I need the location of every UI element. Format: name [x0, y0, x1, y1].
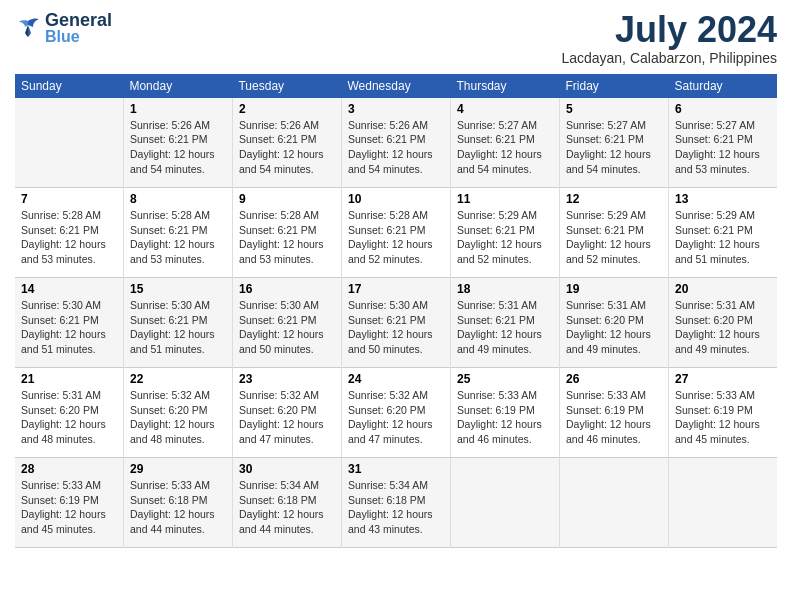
week-row-2: 7Sunrise: 5:28 AM Sunset: 6:21 PM Daylig…	[15, 188, 777, 278]
day-info: Sunrise: 5:33 AM Sunset: 6:19 PM Dayligh…	[675, 388, 771, 447]
day-info: Sunrise: 5:32 AM Sunset: 6:20 PM Dayligh…	[239, 388, 335, 447]
day-number: 11	[457, 192, 553, 206]
day-info: Sunrise: 5:32 AM Sunset: 6:20 PM Dayligh…	[348, 388, 444, 447]
calendar-cell: 2Sunrise: 5:26 AM Sunset: 6:21 PM Daylig…	[232, 98, 341, 188]
day-number: 2	[239, 102, 335, 116]
day-number: 30	[239, 462, 335, 476]
day-number: 29	[130, 462, 226, 476]
header-day-thursday: Thursday	[451, 74, 560, 98]
day-number: 15	[130, 282, 226, 296]
day-info: Sunrise: 5:28 AM Sunset: 6:21 PM Dayligh…	[21, 208, 117, 267]
day-number: 24	[348, 372, 444, 386]
calendar-table: SundayMondayTuesdayWednesdayThursdayFrid…	[15, 74, 777, 549]
calendar-cell: 13Sunrise: 5:29 AM Sunset: 6:21 PM Dayli…	[669, 188, 777, 278]
calendar-cell: 30Sunrise: 5:34 AM Sunset: 6:18 PM Dayli…	[232, 458, 341, 548]
day-info: Sunrise: 5:26 AM Sunset: 6:21 PM Dayligh…	[239, 118, 335, 177]
calendar-cell: 16Sunrise: 5:30 AM Sunset: 6:21 PM Dayli…	[232, 278, 341, 368]
calendar-cell: 29Sunrise: 5:33 AM Sunset: 6:18 PM Dayli…	[123, 458, 232, 548]
day-number: 27	[675, 372, 771, 386]
day-info: Sunrise: 5:30 AM Sunset: 6:21 PM Dayligh…	[130, 298, 226, 357]
calendar-cell: 25Sunrise: 5:33 AM Sunset: 6:19 PM Dayli…	[451, 368, 560, 458]
day-info: Sunrise: 5:31 AM Sunset: 6:20 PM Dayligh…	[675, 298, 771, 357]
day-number: 23	[239, 372, 335, 386]
day-info: Sunrise: 5:27 AM Sunset: 6:21 PM Dayligh…	[675, 118, 771, 177]
day-number: 22	[130, 372, 226, 386]
calendar-cell: 20Sunrise: 5:31 AM Sunset: 6:20 PM Dayli…	[669, 278, 777, 368]
calendar-cell: 26Sunrise: 5:33 AM Sunset: 6:19 PM Dayli…	[560, 368, 669, 458]
calendar-cell: 11Sunrise: 5:29 AM Sunset: 6:21 PM Dayli…	[451, 188, 560, 278]
calendar-cell: 21Sunrise: 5:31 AM Sunset: 6:20 PM Dayli…	[15, 368, 123, 458]
day-number: 6	[675, 102, 771, 116]
logo-bird-icon	[15, 17, 41, 39]
day-info: Sunrise: 5:30 AM Sunset: 6:21 PM Dayligh…	[21, 298, 117, 357]
day-number: 5	[566, 102, 662, 116]
day-number: 14	[21, 282, 117, 296]
calendar-cell: 1Sunrise: 5:26 AM Sunset: 6:21 PM Daylig…	[123, 98, 232, 188]
day-number: 18	[457, 282, 553, 296]
month-year-title: July 2024	[561, 10, 777, 50]
day-info: Sunrise: 5:27 AM Sunset: 6:21 PM Dayligh…	[457, 118, 553, 177]
calendar-cell: 31Sunrise: 5:34 AM Sunset: 6:18 PM Dayli…	[341, 458, 450, 548]
header-day-sunday: Sunday	[15, 74, 123, 98]
day-info: Sunrise: 5:29 AM Sunset: 6:21 PM Dayligh…	[675, 208, 771, 267]
header-row: SundayMondayTuesdayWednesdayThursdayFrid…	[15, 74, 777, 98]
calendar-cell: 6Sunrise: 5:27 AM Sunset: 6:21 PM Daylig…	[669, 98, 777, 188]
day-number: 19	[566, 282, 662, 296]
day-number: 25	[457, 372, 553, 386]
header-day-saturday: Saturday	[669, 74, 777, 98]
header-day-tuesday: Tuesday	[232, 74, 341, 98]
calendar-cell	[451, 458, 560, 548]
day-info: Sunrise: 5:30 AM Sunset: 6:21 PM Dayligh…	[348, 298, 444, 357]
day-info: Sunrise: 5:29 AM Sunset: 6:21 PM Dayligh…	[566, 208, 662, 267]
day-info: Sunrise: 5:33 AM Sunset: 6:18 PM Dayligh…	[130, 478, 226, 537]
day-info: Sunrise: 5:28 AM Sunset: 6:21 PM Dayligh…	[130, 208, 226, 267]
week-row-5: 28Sunrise: 5:33 AM Sunset: 6:19 PM Dayli…	[15, 458, 777, 548]
day-info: Sunrise: 5:28 AM Sunset: 6:21 PM Dayligh…	[239, 208, 335, 267]
header-day-monday: Monday	[123, 74, 232, 98]
day-number: 8	[130, 192, 226, 206]
calendar-cell: 5Sunrise: 5:27 AM Sunset: 6:21 PM Daylig…	[560, 98, 669, 188]
day-number: 21	[21, 372, 117, 386]
day-number: 4	[457, 102, 553, 116]
day-number: 17	[348, 282, 444, 296]
calendar-cell: 7Sunrise: 5:28 AM Sunset: 6:21 PM Daylig…	[15, 188, 123, 278]
logo: General Blue	[15, 10, 112, 46]
calendar-cell: 12Sunrise: 5:29 AM Sunset: 6:21 PM Dayli…	[560, 188, 669, 278]
day-info: Sunrise: 5:32 AM Sunset: 6:20 PM Dayligh…	[130, 388, 226, 447]
calendar-cell: 19Sunrise: 5:31 AM Sunset: 6:20 PM Dayli…	[560, 278, 669, 368]
header-day-friday: Friday	[560, 74, 669, 98]
day-number: 9	[239, 192, 335, 206]
page-header: General Blue July 2024 Lacdayan, Calabar…	[15, 10, 777, 66]
day-number: 28	[21, 462, 117, 476]
day-info: Sunrise: 5:33 AM Sunset: 6:19 PM Dayligh…	[21, 478, 117, 537]
calendar-cell: 27Sunrise: 5:33 AM Sunset: 6:19 PM Dayli…	[669, 368, 777, 458]
day-number: 13	[675, 192, 771, 206]
calendar-cell: 23Sunrise: 5:32 AM Sunset: 6:20 PM Dayli…	[232, 368, 341, 458]
day-info: Sunrise: 5:31 AM Sunset: 6:21 PM Dayligh…	[457, 298, 553, 357]
calendar-cell	[560, 458, 669, 548]
day-info: Sunrise: 5:33 AM Sunset: 6:19 PM Dayligh…	[457, 388, 553, 447]
week-row-1: 1Sunrise: 5:26 AM Sunset: 6:21 PM Daylig…	[15, 98, 777, 188]
calendar-cell: 28Sunrise: 5:33 AM Sunset: 6:19 PM Dayli…	[15, 458, 123, 548]
day-number: 10	[348, 192, 444, 206]
calendar-cell: 22Sunrise: 5:32 AM Sunset: 6:20 PM Dayli…	[123, 368, 232, 458]
day-info: Sunrise: 5:26 AM Sunset: 6:21 PM Dayligh…	[130, 118, 226, 177]
location-subtitle: Lacdayan, Calabarzon, Philippines	[561, 50, 777, 66]
day-number: 26	[566, 372, 662, 386]
calendar-body: 1Sunrise: 5:26 AM Sunset: 6:21 PM Daylig…	[15, 98, 777, 548]
header-day-wednesday: Wednesday	[341, 74, 450, 98]
day-number: 1	[130, 102, 226, 116]
week-row-3: 14Sunrise: 5:30 AM Sunset: 6:21 PM Dayli…	[15, 278, 777, 368]
calendar-cell: 17Sunrise: 5:30 AM Sunset: 6:21 PM Dayli…	[341, 278, 450, 368]
day-number: 20	[675, 282, 771, 296]
calendar-cell: 9Sunrise: 5:28 AM Sunset: 6:21 PM Daylig…	[232, 188, 341, 278]
calendar-cell: 15Sunrise: 5:30 AM Sunset: 6:21 PM Dayli…	[123, 278, 232, 368]
day-info: Sunrise: 5:29 AM Sunset: 6:21 PM Dayligh…	[457, 208, 553, 267]
calendar-cell: 4Sunrise: 5:27 AM Sunset: 6:21 PM Daylig…	[451, 98, 560, 188]
day-info: Sunrise: 5:30 AM Sunset: 6:21 PM Dayligh…	[239, 298, 335, 357]
day-number: 31	[348, 462, 444, 476]
calendar-header: SundayMondayTuesdayWednesdayThursdayFrid…	[15, 74, 777, 98]
day-info: Sunrise: 5:33 AM Sunset: 6:19 PM Dayligh…	[566, 388, 662, 447]
day-info: Sunrise: 5:34 AM Sunset: 6:18 PM Dayligh…	[239, 478, 335, 537]
day-info: Sunrise: 5:34 AM Sunset: 6:18 PM Dayligh…	[348, 478, 444, 537]
